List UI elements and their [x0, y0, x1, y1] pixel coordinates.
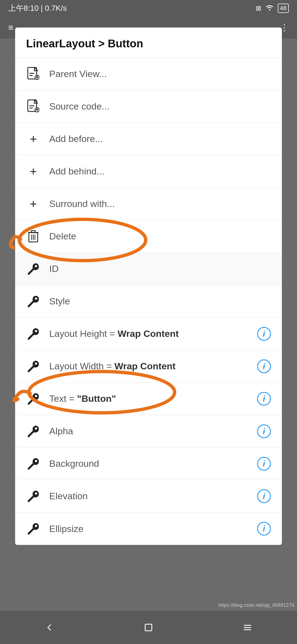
surround-with-item[interactable]: + Surround with...	[15, 188, 282, 220]
status-bar: 上午8:10 | 0.7K/s ⊠ 48	[0, 0, 297, 17]
wrench-icon	[26, 294, 40, 309]
source-code-label: Source code...	[49, 101, 271, 112]
svg-point-13	[35, 330, 37, 332]
svg-rect-7	[29, 108, 33, 108]
surround-with-label: Surround with...	[49, 198, 271, 209]
status-icons: ⊠ 48	[256, 4, 289, 13]
close-icon: ⊠	[256, 4, 261, 12]
svg-point-19	[35, 525, 37, 527]
text-item[interactable]: Text = "Button" i	[15, 383, 282, 415]
ellipsize-label: Ellipsize	[49, 523, 257, 534]
svg-point-11	[35, 265, 37, 267]
add-behind-item[interactable]: + Add behind...	[15, 155, 282, 188]
info-icon[interactable]: i	[257, 327, 271, 341]
id-label: ID	[49, 263, 271, 274]
wrench-icon	[26, 424, 40, 438]
background-item[interactable]: Background i	[15, 447, 282, 480]
navigation-bar	[0, 611, 297, 644]
source-code-item[interactable]: Source code...	[15, 90, 282, 123]
context-menu-modal: LinearLayout > Button Parent View...	[15, 28, 282, 545]
modal-title: LinearLayout > Button	[15, 28, 282, 58]
delete-item[interactable]: Delete	[15, 220, 282, 253]
wifi-icon	[265, 4, 274, 13]
elevation-item[interactable]: Elevation i	[15, 480, 282, 512]
back-button[interactable]	[38, 616, 61, 638]
home-button[interactable]	[138, 616, 160, 638]
wrench-icon	[26, 489, 40, 503]
elevation-label: Elevation	[49, 491, 257, 501]
layout-height-item[interactable]: Layout Height = Wrap Content i	[15, 318, 282, 350]
layout-height-label: Layout Height = Wrap Content	[49, 328, 257, 339]
svg-rect-10	[31, 231, 35, 233]
plus-icon: +	[26, 132, 40, 146]
svg-point-12	[35, 298, 37, 300]
wrench-icon	[26, 262, 40, 276]
wrench-icon	[26, 392, 40, 406]
svg-point-15	[35, 395, 37, 397]
svg-rect-3	[29, 75, 33, 76]
text-label: Text = "Button"	[49, 393, 257, 404]
add-behind-label: Add behind...	[49, 166, 271, 177]
watermark: https://blog.csdn.net/qq_45891274	[218, 602, 294, 608]
svg-point-16	[35, 427, 37, 430]
info-icon[interactable]: i	[257, 522, 271, 536]
wrench-icon	[26, 359, 40, 373]
svg-point-14	[35, 362, 37, 365]
info-icon[interactable]: i	[257, 424, 271, 438]
trash-icon	[26, 229, 40, 244]
svg-point-0	[269, 9, 270, 11]
parent-view-item[interactable]: Parent View...	[15, 58, 282, 90]
alpha-item[interactable]: Alpha i	[15, 415, 282, 447]
plus-icon: +	[26, 197, 40, 211]
wrench-icon	[26, 457, 40, 471]
layout-width-item[interactable]: Layout Width = Wrap Content i	[15, 350, 282, 383]
style-label: Style	[49, 296, 271, 307]
svg-rect-2	[29, 73, 34, 74]
info-icon[interactable]: i	[257, 457, 271, 471]
plus-icon: +	[26, 164, 40, 179]
id-item[interactable]: ID	[15, 253, 282, 285]
background-label: Background	[49, 458, 257, 469]
add-before-item[interactable]: + Add before...	[15, 123, 282, 155]
add-before-label: Add before...	[49, 133, 271, 144]
info-icon[interactable]: i	[257, 489, 271, 503]
style-item[interactable]: Style	[15, 285, 282, 318]
parent-view-label: Parent View...	[49, 69, 271, 79]
status-time-speed: 上午8:10 | 0.7K/s	[8, 3, 67, 13]
svg-point-18	[35, 492, 37, 495]
svg-point-17	[35, 460, 37, 462]
battery-icon: 48	[278, 4, 289, 13]
ellipsize-item[interactable]: Ellipsize i	[15, 512, 282, 545]
info-icon[interactable]: i	[257, 392, 271, 406]
document-icon	[26, 67, 40, 81]
document-icon	[26, 99, 40, 114]
info-icon[interactable]: i	[257, 359, 271, 373]
svg-rect-6	[29, 105, 34, 106]
wrench-icon	[26, 327, 40, 341]
wrench-icon	[26, 522, 40, 536]
delete-label: Delete	[49, 231, 271, 242]
hamburger-menu-icon[interactable]: ≡	[8, 23, 13, 33]
alpha-label: Alpha	[49, 426, 257, 436]
recents-button[interactable]	[237, 616, 258, 638]
svg-rect-22	[145, 624, 152, 631]
layout-width-label: Layout Width = Wrap Content	[49, 361, 257, 372]
